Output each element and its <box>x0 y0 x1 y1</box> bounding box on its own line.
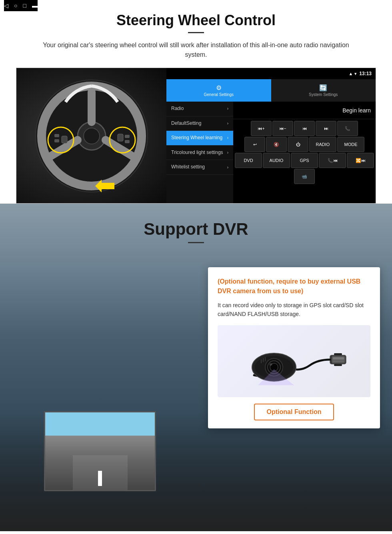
menu-item-default-label: DefaultSetting <box>171 120 201 127</box>
ctrl-mode[interactable]: MODE <box>337 137 364 152</box>
svg-rect-11 <box>62 136 67 143</box>
menu-item-radio[interactable]: Radio › <box>166 102 233 116</box>
settings-tabs: ⚙ General Settings 🔄 System Settings <box>166 79 376 102</box>
ctrl-phone-prev[interactable]: 📞⏮ <box>319 153 346 168</box>
svg-rect-14 <box>125 140 130 143</box>
steering-section: Steering Wheel Control Your original car… <box>0 0 392 204</box>
chevron-right-icon-4: › <box>227 150 228 155</box>
svg-point-24 <box>269 363 272 366</box>
dashcam-inner <box>45 412 155 490</box>
control-buttons-grid: ⏮+ ⏮− ⏮ ⏭ 📞 ↩ 🔇 ⏻ RADIO MODE <box>233 119 376 186</box>
dvr-optional-text: (Optional function, require to buy exter… <box>218 277 370 296</box>
ctrl-gps[interactable]: GPS <box>291 153 318 168</box>
chevron-right-icon-3: › <box>227 136 228 140</box>
dvr-title: Support DVR <box>0 220 392 239</box>
ctrl-mute[interactable]: 🔇 <box>266 137 287 152</box>
menu-controls-row: Radio › DefaultSetting › Steering Wheel … <box>166 102 376 203</box>
steering-description: Your original car's steering wheel contr… <box>32 40 360 60</box>
dvr-camera-image <box>218 325 370 397</box>
android-ui-panel: ◁ ○ □ ▬ ▲ ▾ 13:13 ⚙ General Settings <box>166 68 376 203</box>
status-time: 13:13 <box>359 71 372 76</box>
ctrl-phone[interactable]: 📞 <box>337 121 358 136</box>
status-icons: ▲ ▾ <box>348 71 357 76</box>
ctrl-vol-up[interactable]: ⏮+ <box>251 121 272 136</box>
ctrl-vol-down[interactable]: ⏮− <box>272 121 293 136</box>
menu-item-radio-label: Radio <box>171 106 184 112</box>
begin-learn-button[interactable]: Begin learn <box>342 107 371 114</box>
steering-title: Steering Wheel Control <box>16 12 376 29</box>
ctrl-dvd[interactable]: DVD <box>235 153 262 168</box>
ctrl-camera[interactable]: 📹 <box>294 169 315 184</box>
ctrl-row-1: ⏮+ ⏮− ⏮ ⏭ 📞 <box>235 121 374 136</box>
menu-item-tricoloured[interactable]: Tricoloured light settings › <box>166 146 233 160</box>
begin-learn-row: Begin learn <box>233 102 376 119</box>
dvr-divider <box>188 242 204 243</box>
chevron-right-icon-5: › <box>227 165 228 170</box>
ctrl-audio[interactable]: AUDIO <box>263 153 290 168</box>
svg-rect-9 <box>54 134 59 137</box>
system-icon: 🔄 <box>319 84 327 92</box>
tab-general-settings[interactable]: ⚙ General Settings <box>166 79 271 102</box>
wifi-icon: ▾ <box>354 71 357 76</box>
signal-icon: ▲ <box>348 71 353 76</box>
svg-point-3 <box>84 128 100 144</box>
settings-menu-list: Radio › DefaultSetting › Steering Wheel … <box>166 102 233 203</box>
steering-content-area: ◁ ○ □ ▬ ▲ ▾ 13:13 ⚙ General Settings <box>16 68 376 204</box>
dashcam-screenshot <box>44 411 156 491</box>
svg-rect-12 <box>118 134 123 141</box>
steering-wheel-image <box>16 68 166 204</box>
steering-wheel-svg <box>30 74 154 198</box>
dvr-description: It can record video only to storage in G… <box>218 301 370 319</box>
ctrl-prev-track[interactable]: ⏮ <box>294 121 315 136</box>
svg-rect-17 <box>334 353 342 355</box>
dvr-camera-svg <box>238 329 350 393</box>
dvr-header: Support DVR <box>0 204 392 251</box>
ctrl-row-2: ↩ 🔇 ⏻ RADIO MODE <box>235 137 374 152</box>
chevron-right-icon: › <box>227 106 228 111</box>
dvr-info-card: (Optional function, require to buy exter… <box>208 267 380 428</box>
menu-item-tricoloured-label: Tricoloured light settings <box>171 150 223 156</box>
menu-item-default-setting[interactable]: DefaultSetting › <box>166 116 233 131</box>
svg-rect-13 <box>125 135 130 138</box>
android-statusbar: ◁ ○ □ ▬ ▲ ▾ 13:13 <box>166 68 376 79</box>
svg-rect-10 <box>54 139 59 142</box>
optional-function-button[interactable]: Optional Function <box>254 404 334 420</box>
ctrl-shuffle-next[interactable]: 🔀⏭ <box>347 153 374 168</box>
ctrl-row-3: DVD AUDIO GPS 📞⏮ 🔀⏭ <box>235 153 374 168</box>
ctrl-back[interactable]: ↩ <box>244 137 265 152</box>
menu-item-whitelist-label: Whitelist setting <box>171 164 205 170</box>
steering-wheel-placeholder <box>16 68 166 204</box>
dvr-section: Support DVR (Optional function, require … <box>0 204 392 531</box>
title-divider <box>188 32 204 33</box>
ctrl-radio[interactable]: RADIO <box>309 137 336 152</box>
controls-panel: Begin learn ⏮+ ⏮− ⏮ ⏭ 📞 ↩ <box>233 102 376 203</box>
ctrl-power[interactable]: ⏻ <box>288 137 308 152</box>
menu-item-whitelist[interactable]: Whitelist setting › <box>166 160 233 175</box>
svg-rect-30 <box>333 357 344 360</box>
menu-item-steering-wheel[interactable]: Steering Wheel learning › <box>166 131 233 146</box>
gear-icon: ⚙ <box>216 84 222 92</box>
ctrl-row-4: 📹 <box>235 169 374 184</box>
menu-item-steering-label: Steering Wheel learning <box>171 135 222 141</box>
tab-system-settings[interactable]: 🔄 System Settings <box>271 79 376 102</box>
dashcam-lane <box>98 471 102 486</box>
chevron-right-icon-2: › <box>227 121 228 126</box>
svg-rect-31 <box>333 360 344 362</box>
ctrl-next-track[interactable]: ⏭ <box>316 121 336 136</box>
svg-rect-18 <box>334 364 342 366</box>
